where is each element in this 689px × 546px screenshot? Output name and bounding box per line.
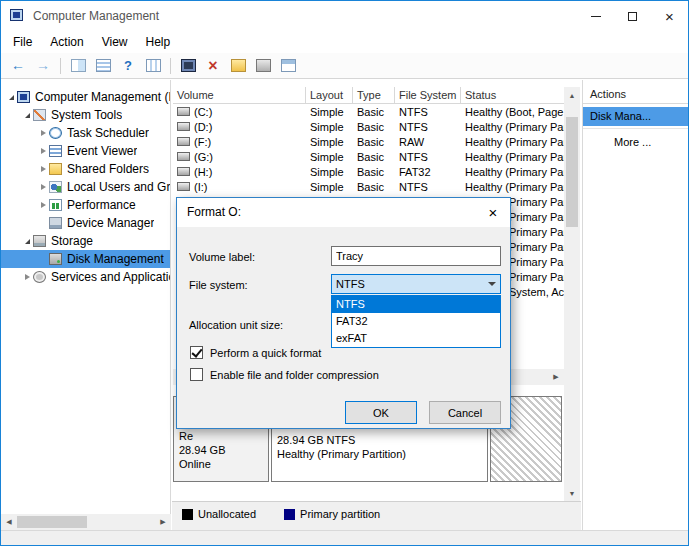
computer-management-window: Computer Management × FileActionViewHelp… <box>0 0 689 546</box>
volume-row[interactable]: (D:)SimpleBasicNTFSHealthy (Primary Part <box>173 119 564 134</box>
cancel-button[interactable]: Cancel <box>429 401 501 424</box>
tree-item-services-and-applications[interactable]: Services and Applications <box>1 268 170 286</box>
vertical-scrollbar[interactable]: ▲ ▼ <box>564 87 580 501</box>
scroll-left-icon[interactable]: ◀ <box>1 514 17 530</box>
disk-info-line: 28.94 GB <box>179 443 268 457</box>
collapsed-expander-icon[interactable] <box>37 202 49 208</box>
legend-item-unallocated: Unallocated <box>182 508 256 520</box>
tree-item-device-manager[interactable]: Device Manager <box>1 214 170 232</box>
properties-button[interactable] <box>141 55 165 77</box>
tree-item-label: Computer Management (L <box>35 90 170 104</box>
vertical-scroll-thumb[interactable] <box>566 117 578 227</box>
volume-name: (G:) <box>194 151 213 163</box>
actions-more-actions[interactable]: More ... <box>614 133 651 151</box>
volume-row[interactable]: (F:)SimpleBasicRAWHealthy (Primary Part <box>173 134 564 149</box>
checkbox-label: Perform a quick format <box>210 347 321 359</box>
file-system-cell: NTFS <box>395 181 461 193</box>
column-header-status[interactable]: Status <box>461 87 564 103</box>
volume-drive-icon <box>177 167 190 176</box>
open-folder-button[interactable] <box>226 55 250 77</box>
toolbar-separator <box>170 58 171 74</box>
tree-item-performance[interactable]: Performance <box>1 196 170 214</box>
menu-view[interactable]: View <box>93 31 137 53</box>
drive-button[interactable] <box>251 55 275 77</box>
ok-button[interactable]: OK <box>345 401 417 424</box>
unchecked-checkbox-icon[interactable] <box>190 368 203 381</box>
tree-item-disk-management[interactable]: Disk Management <box>1 250 170 268</box>
expanded-expander-icon[interactable] <box>21 113 33 118</box>
collapsed-expander-icon[interactable] <box>37 130 49 136</box>
console-tree-button[interactable] <box>66 55 90 77</box>
export-list-button[interactable] <box>91 55 115 77</box>
scroll-down-icon[interactable]: ▼ <box>564 485 580 501</box>
window-controls: × <box>577 1 688 31</box>
checkbox-perform-a-quick-format[interactable]: Perform a quick format <box>190 346 321 359</box>
actions-item-disk-management[interactable]: Disk Mana... <box>583 107 689 126</box>
scroll-right-icon[interactable]: ▶ <box>155 514 171 530</box>
close-button[interactable]: × <box>651 1 688 31</box>
disk-management-icon <box>49 253 62 265</box>
tree-item-shared-folders[interactable]: Shared Folders <box>1 160 170 178</box>
tree-item-label: Task Scheduler <box>67 126 149 140</box>
tree-horizontal-scrollbar[interactable]: ◀ ▶ <box>1 514 171 530</box>
tree-item-computer-management-l[interactable]: Computer Management (L <box>1 88 170 106</box>
volume-name: (H:) <box>194 166 212 178</box>
tree-scroll-track[interactable] <box>17 514 155 530</box>
menu-action[interactable]: Action <box>41 31 92 53</box>
dropdown-option-fat32[interactable]: FAT32 <box>332 313 500 330</box>
collapsed-expander-icon[interactable] <box>37 148 49 154</box>
volume-row[interactable]: (C:)SimpleBasicNTFSHealthy (Boot, Page F <box>173 104 564 119</box>
minimize-button[interactable] <box>577 1 614 31</box>
display-button[interactable] <box>176 55 200 77</box>
delete-button[interactable] <box>201 55 225 77</box>
tree-scroll-thumb[interactable] <box>17 516 87 528</box>
scroll-up-icon[interactable]: ▲ <box>564 87 580 103</box>
file-system-combobox[interactable]: NTFS <box>331 274 501 294</box>
checkbox-enable-file-and-folder-compression[interactable]: Enable file and folder compression <box>190 368 379 381</box>
forward-button[interactable] <box>31 55 55 77</box>
storage-icon <box>33 235 46 247</box>
column-header-type[interactable]: Type <box>353 87 395 103</box>
layout-cell: Simple <box>306 181 353 193</box>
column-header-layout[interactable]: Layout <box>306 87 353 103</box>
back-button[interactable] <box>6 55 30 77</box>
volume-row[interactable]: (G:)SimpleBasicNTFSHealthy (Primary Part <box>173 149 564 164</box>
expanded-expander-icon[interactable] <box>21 239 33 244</box>
menu-file[interactable]: File <box>4 31 41 53</box>
tree-item-local-users-and-gro[interactable]: Local Users and Gro <box>1 178 170 196</box>
dropdown-option-exfat[interactable]: exFAT <box>332 330 500 347</box>
dialog-close-button[interactable]: × <box>476 198 510 226</box>
status-cell: Healthy (Primary Part <box>461 136 564 148</box>
chevron-down-icon[interactable] <box>484 282 500 286</box>
column-header-volume[interactable]: Volume <box>173 87 306 103</box>
tree-item-storage[interactable]: Storage <box>1 232 170 250</box>
panel-button[interactable] <box>276 55 300 77</box>
panel-icon <box>281 59 296 72</box>
scroll-right-icon[interactable]: ▶ <box>548 369 564 385</box>
tree-item-task-scheduler[interactable]: Task Scheduler <box>1 124 170 142</box>
help-icon <box>121 59 136 72</box>
volume-row[interactable]: (I:)SimpleBasicNTFSHealthy (Primary Part <box>173 179 564 194</box>
volume-row[interactable]: (H:)SimpleBasicFAT32Healthy (Primary Par… <box>173 164 564 179</box>
collapsed-expander-icon[interactable] <box>37 166 49 172</box>
tree-item-event-viewer[interactable]: Event Viewer <box>1 142 170 160</box>
dropdown-option-ntfs[interactable]: NTFS <box>332 296 500 313</box>
tree-item-label: Event Viewer <box>67 144 137 158</box>
tree-item-system-tools[interactable]: System Tools <box>1 106 170 124</box>
volume-label-input[interactable] <box>331 246 501 266</box>
layout-cell: Simple <box>306 151 353 163</box>
window-title: Computer Management <box>33 1 159 31</box>
collapsed-expander-icon[interactable] <box>21 274 33 280</box>
type-cell: Basic <box>353 181 395 193</box>
help-button[interactable] <box>116 55 140 77</box>
checked-checkbox-icon[interactable] <box>190 346 203 359</box>
volume-name: (C:) <box>194 106 212 118</box>
vertical-scroll-track[interactable] <box>564 103 580 485</box>
legend-swatch <box>284 509 295 520</box>
maximize-button[interactable] <box>614 1 651 31</box>
menu-help[interactable]: Help <box>137 31 180 53</box>
collapsed-expander-icon[interactable] <box>37 184 49 190</box>
expanded-expander-icon[interactable] <box>5 95 17 100</box>
volume-cell: (D:) <box>173 121 306 133</box>
column-header-file-system[interactable]: File System <box>395 87 461 103</box>
